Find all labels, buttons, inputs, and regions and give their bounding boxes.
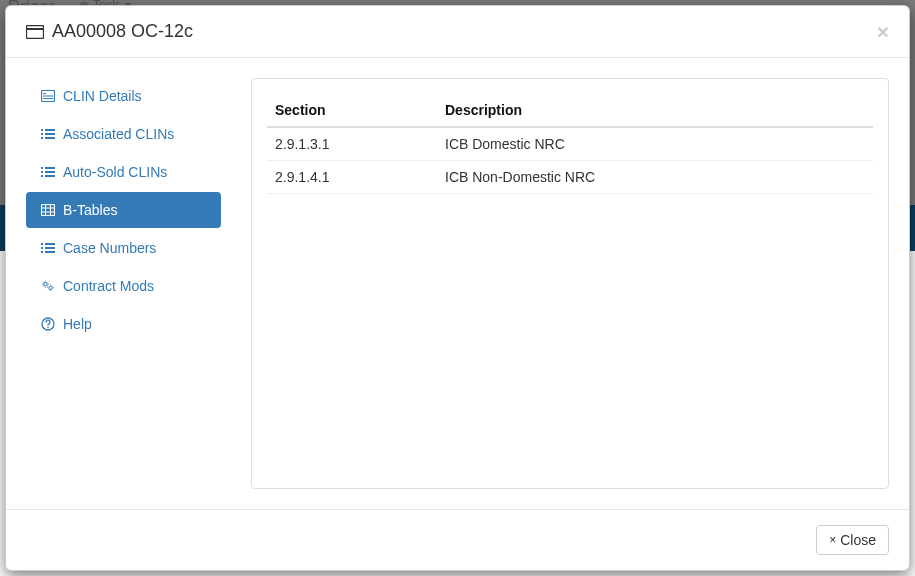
card-list-icon <box>41 90 55 102</box>
modal-title-text: AA00008 OC-12c <box>52 21 193 42</box>
close-icon[interactable]: × <box>877 21 889 42</box>
sidebar-item-label: Help <box>63 316 92 332</box>
svg-rect-12 <box>41 167 43 169</box>
svg-rect-14 <box>41 171 43 173</box>
svg-rect-18 <box>42 205 55 216</box>
sidebar-item-label: Auto-Sold CLINs <box>63 164 167 180</box>
sidebar-item-label: B-Tables <box>63 202 117 218</box>
sidebar-item-label: Associated CLINs <box>63 126 174 142</box>
col-header-section: Section <box>267 94 437 127</box>
modal-body: CLIN DetailsAssociated CLINsAuto-Sold CL… <box>6 58 909 509</box>
sidebar-item-clin-details[interactable]: CLIN Details <box>26 78 221 114</box>
svg-rect-13 <box>45 167 55 169</box>
cell-description: ICB Domestic NRC <box>437 127 873 161</box>
svg-rect-15 <box>45 171 55 173</box>
table-row: 2.9.1.3.1ICB Domestic NRC <box>267 127 873 161</box>
modal-dialog: AA00008 OC-12c × CLIN DetailsAssociated … <box>5 5 910 571</box>
list-icon <box>41 128 55 140</box>
sidebar-item-b-tables[interactable]: B-Tables <box>26 192 221 228</box>
table-row: 2.9.1.4.1ICB Non-Domestic NRC <box>267 161 873 194</box>
svg-point-32 <box>47 327 49 329</box>
svg-rect-24 <box>45 243 55 245</box>
sidebar-item-label: CLIN Details <box>63 88 142 104</box>
cogs-icon <box>41 280 55 292</box>
sidebar-item-contract-mods[interactable]: Contract Mods <box>26 268 221 304</box>
close-button[interactable]: × Close <box>816 525 889 555</box>
cell-section: 2.9.1.4.1 <box>267 161 437 194</box>
svg-rect-7 <box>45 129 55 131</box>
help-icon <box>41 317 55 331</box>
cell-section: 2.9.1.3.1 <box>267 127 437 161</box>
sidebar-item-label: Contract Mods <box>63 278 154 294</box>
modal-title: AA00008 OC-12c <box>26 21 193 42</box>
svg-rect-11 <box>45 137 55 139</box>
sidebar-item-help[interactable]: Help <box>26 306 221 342</box>
sidebar-nav: CLIN DetailsAssociated CLINsAuto-Sold CL… <box>26 78 221 489</box>
svg-rect-10 <box>41 137 43 139</box>
list-icon <box>41 166 55 178</box>
svg-rect-5 <box>43 98 53 99</box>
table-icon <box>41 204 55 216</box>
sidebar-item-associated-clins[interactable]: Associated CLINs <box>26 116 221 152</box>
svg-rect-0 <box>27 25 44 38</box>
svg-rect-6 <box>41 129 43 131</box>
svg-point-30 <box>49 286 52 289</box>
content-panel: Section Description 2.9.1.3.1ICB Domesti… <box>251 78 889 489</box>
modal-footer: × Close <box>6 509 909 570</box>
col-header-description: Description <box>437 94 873 127</box>
b-tables-table: Section Description 2.9.1.3.1ICB Domesti… <box>267 94 873 194</box>
sidebar-item-label: Case Numbers <box>63 240 156 256</box>
svg-rect-25 <box>41 247 43 249</box>
svg-rect-9 <box>45 133 55 135</box>
svg-rect-23 <box>41 243 43 245</box>
svg-rect-4 <box>43 96 53 97</box>
svg-rect-28 <box>45 251 55 253</box>
sidebar-item-case-numbers[interactable]: Case Numbers <box>26 230 221 266</box>
svg-rect-17 <box>45 175 55 177</box>
svg-rect-1 <box>27 28 44 30</box>
close-x-icon: × <box>829 533 836 547</box>
svg-rect-16 <box>41 175 43 177</box>
svg-rect-8 <box>41 133 43 135</box>
sidebar-item-auto-sold-clins[interactable]: Auto-Sold CLINs <box>26 154 221 190</box>
card-icon <box>26 25 44 39</box>
list-icon <box>41 242 55 254</box>
svg-rect-27 <box>41 251 43 253</box>
svg-rect-26 <box>45 247 55 249</box>
modal-header: AA00008 OC-12c × <box>6 6 909 58</box>
close-button-label: Close <box>840 532 876 548</box>
cell-description: ICB Non-Domestic NRC <box>437 161 873 194</box>
svg-point-29 <box>44 283 47 286</box>
svg-rect-3 <box>43 93 46 94</box>
